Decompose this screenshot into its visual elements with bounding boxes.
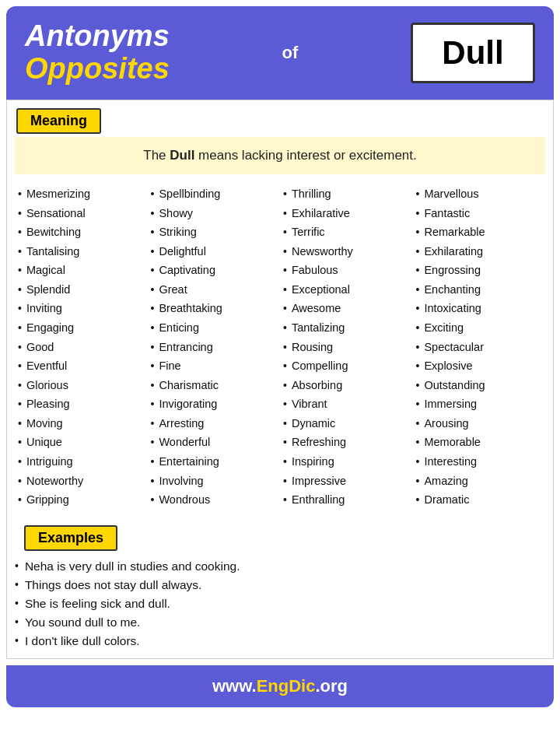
word-item: •Newsworthy [283, 242, 410, 261]
meaning-suffix: means lacking interest or excitement. [194, 148, 416, 163]
word-text: Exhilarative [292, 206, 350, 222]
bullet-icon: • [283, 416, 287, 431]
word-item: •Tantalizing [283, 319, 410, 338]
example-text: You sound dull to me. [25, 615, 141, 630]
bullet-icon: • [283, 321, 287, 335]
bullet-icon: • [18, 301, 22, 316]
word-item: •Magical [18, 261, 145, 281]
bullet-icon: • [416, 301, 420, 316]
word-text: Wondrous [159, 493, 210, 508]
word-text: Thrilling [292, 187, 331, 202]
word-text: Rousing [292, 340, 333, 356]
word-text: Remarkable [424, 225, 485, 240]
bullet-icon: • [18, 454, 22, 469]
word-item: •Showy [151, 204, 278, 223]
word-text: Engaging [26, 321, 74, 336]
word-item: •Spellbinding [151, 185, 278, 205]
bullet-icon: • [151, 225, 155, 240]
footer-url-part1: www. [212, 676, 257, 696]
word-text: Great [159, 282, 187, 298]
bullet-icon: • [283, 187, 287, 202]
meaning-prefix: The [143, 148, 170, 163]
bullet-icon: • [416, 454, 420, 469]
bullet-icon: • [283, 244, 287, 259]
meaning-word: Dull [170, 148, 194, 163]
page-header: Antonyms Opposites of Dull [6, 6, 554, 100]
word-text: Outstanding [424, 378, 485, 394]
word-item: •Engaging [18, 319, 145, 338]
word-column-1: •Mesmerizing•Sensational•Bewitching•Tant… [15, 185, 148, 510]
word-item: •Enthralling [283, 491, 410, 510]
bullet-icon: • [283, 225, 287, 240]
word-item: •Vibrant [283, 395, 410, 415]
word-text: Compelling [292, 359, 348, 374]
word-item: •Marvellous [416, 185, 543, 205]
word-item: •Explosive [416, 357, 543, 377]
word-item: •Delightful [151, 242, 278, 261]
word-item: •Interesting [416, 452, 543, 472]
word-item: •Eventful [18, 357, 145, 377]
meaning-label: Meaning [16, 108, 101, 134]
bullet-icon: • [18, 206, 22, 221]
word-text: Intriguing [26, 454, 73, 470]
word-item: •Fabulous [283, 261, 410, 281]
examples-list: •Neha is very dull in studies and cookin… [15, 557, 545, 651]
word-text: Involving [159, 474, 203, 489]
bullet-icon: • [283, 493, 287, 507]
word-text: Entertaining [159, 454, 219, 470]
example-text: Things does not stay dull always. [25, 578, 201, 592]
word-item: •Memorable [416, 433, 543, 453]
word-item: •Bewitching [18, 223, 145, 243]
word-item: •Compelling [283, 357, 410, 377]
bullet-icon: • [416, 282, 420, 297]
word-text: Captivating [159, 263, 215, 279]
bullet-icon: • [151, 321, 155, 335]
word-item: •Rousing [283, 338, 410, 357]
word-item: •Terrific [283, 223, 410, 243]
bullet-icon: • [15, 597, 19, 609]
bullet-icon: • [416, 416, 420, 431]
word-item: •Entertaining [151, 452, 278, 472]
word-item: •Exhilarating [416, 242, 543, 261]
word-text: Invigorating [159, 397, 217, 412]
bullet-icon: • [151, 301, 155, 316]
bullet-icon: • [283, 301, 287, 316]
word-item: •Gripping [18, 491, 145, 510]
bullet-icon: • [416, 244, 420, 259]
bullet-icon: • [416, 397, 420, 412]
bullet-icon: • [151, 359, 155, 374]
bullet-icon: • [151, 378, 155, 393]
bullet-icon: • [18, 282, 22, 297]
word-item: •Moving [18, 414, 145, 433]
word-item: •Noteworthy [18, 472, 145, 491]
bullet-icon: • [18, 187, 22, 202]
word-text: Noteworthy [26, 474, 83, 489]
word-text: Wonderful [159, 435, 210, 451]
title-opposites: Opposites [25, 53, 170, 86]
bullet-icon: • [18, 378, 22, 393]
word-column-3: •Thrilling•Exhilarative•Terrific•Newswor… [280, 185, 413, 510]
footer-url-part2: EngDic [257, 676, 316, 696]
bullet-icon: • [283, 397, 287, 412]
word-text: Fantastic [424, 206, 470, 222]
word-text: Arresting [159, 416, 204, 432]
bullet-icon: • [416, 359, 420, 374]
bullet-icon: • [416, 225, 420, 240]
word-item: •Wondrous [151, 491, 278, 510]
word-text: Inspiring [292, 454, 334, 470]
example-item: •I don't like dull colors. [15, 632, 545, 651]
bullet-icon: • [416, 493, 420, 507]
page-footer: www.EngDic.org [6, 665, 554, 707]
bullet-icon: • [416, 263, 420, 278]
word-text: Terrific [292, 225, 325, 240]
word-text: Exhilarating [424, 244, 483, 260]
example-text: Neha is very dull in studies and cooking… [25, 559, 240, 573]
word-item: •Arresting [151, 414, 278, 433]
bullet-icon: • [18, 244, 22, 259]
word-item: •Involving [151, 472, 278, 491]
word-item: •Entrancing [151, 338, 278, 357]
word-item: •Splendid [18, 280, 145, 300]
word-text: Marvellous [424, 187, 478, 202]
header-word: Dull [411, 23, 535, 83]
word-text: Intoxicating [424, 301, 481, 317]
